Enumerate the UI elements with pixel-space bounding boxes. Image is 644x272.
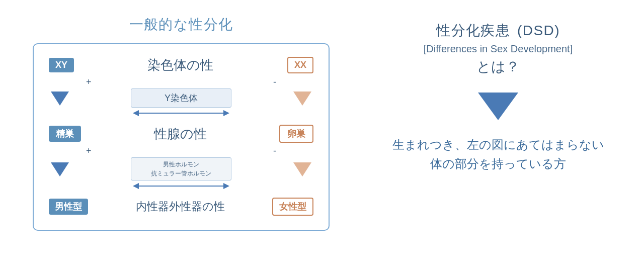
description-line1: 生まれつき、左の図にあてはまらない — [392, 135, 604, 154]
row1-label: 染色体の性 — [74, 56, 287, 74]
row1: XY 染色体の性 XX — [49, 56, 313, 74]
orange-down-arrow-2 — [293, 162, 311, 176]
xy-badge: XY — [49, 58, 74, 72]
left-down-arrow-1 — [49, 92, 67, 106]
hormone-plus-label: + — [86, 146, 92, 156]
left-title: 一般的な性分化 — [129, 15, 233, 34]
plus-label: + — [86, 77, 92, 87]
arrows-y-row: + - Y染色体 — [49, 77, 313, 120]
row5-label: 内性器外性器の性 — [88, 199, 272, 214]
hormone-block-container: + - 男性ホルモン 抗ミュラー管ホルモン — [82, 146, 280, 193]
right-down-arrow-2 — [295, 162, 313, 176]
hormone-minus-label: - — [273, 146, 276, 156]
arrows-hormone-row: + - 男性ホルモン 抗ミュラー管ホルモン — [49, 146, 313, 193]
left-down-arrow-2 — [49, 162, 67, 176]
y-box-label: Y染色体 — [165, 93, 198, 103]
right-title-block: 性分化疾患 (DSD) [Differences in Sex Developm… — [424, 20, 573, 77]
right-description: 生まれつき、左の図にあてはまらない 体の部分を持っている方 — [392, 135, 604, 174]
y-block-container: + - Y染色体 — [82, 77, 280, 120]
row3-label: 性腺の性 — [81, 125, 279, 143]
blue-down-arrow-2 — [51, 162, 69, 176]
hormone-box: 男性ホルモン 抗ミュラー管ホルモン — [131, 157, 231, 180]
description-line2: 体の部分を持っている方 — [392, 154, 604, 173]
right-title-line2: [Differences in Sex Development] — [424, 41, 573, 56]
diagram-box: XY 染色体の性 XX + - Y染色体 — [33, 43, 330, 231]
hormone-line2: 抗ミュラー管ホルモン — [151, 170, 211, 177]
double-arrow-svg — [131, 109, 231, 118]
y-box: Y染色体 — [131, 88, 231, 108]
pm-labels: + - — [82, 77, 280, 87]
dsd-label: (DSD) — [517, 20, 560, 41]
ranso-badge: 卵巣 — [279, 125, 313, 143]
minus-label: - — [273, 77, 276, 87]
hormone-arrow-svg — [131, 182, 231, 191]
right-panel: 性分化疾患 (DSD) [Differences in Sex Developm… — [347, 10, 629, 262]
row3: 精巣 性腺の性 卵巣 — [49, 125, 313, 143]
big-down-arrow — [478, 93, 518, 120]
seiso-badge: 精巣 — [49, 126, 81, 142]
hormone-line1: 男性ホルモン — [163, 161, 199, 168]
josei-badge: 女性型 — [272, 198, 313, 216]
dansei-badge: 男性型 — [49, 199, 88, 215]
right-down-arrow-1 — [295, 92, 313, 106]
blue-down-arrow-1 — [51, 92, 69, 106]
y-double-arrow — [131, 109, 231, 120]
hormone-double-arrow — [131, 182, 231, 193]
right-title-line3: とは？ — [424, 56, 573, 77]
main-container: 一般的な性分化 XY 染色体の性 XX + - — [0, 0, 644, 272]
xx-badge: XX — [287, 57, 313, 73]
row5: 男性型 内性器外性器の性 女性型 — [49, 198, 313, 216]
hormone-pm-labels: + - — [82, 146, 280, 156]
orange-down-arrow-1 — [293, 92, 311, 106]
left-panel: 一般的な性分化 XY 染色体の性 XX + - — [15, 10, 347, 262]
right-title-line1: 性分化疾患 — [436, 20, 510, 41]
